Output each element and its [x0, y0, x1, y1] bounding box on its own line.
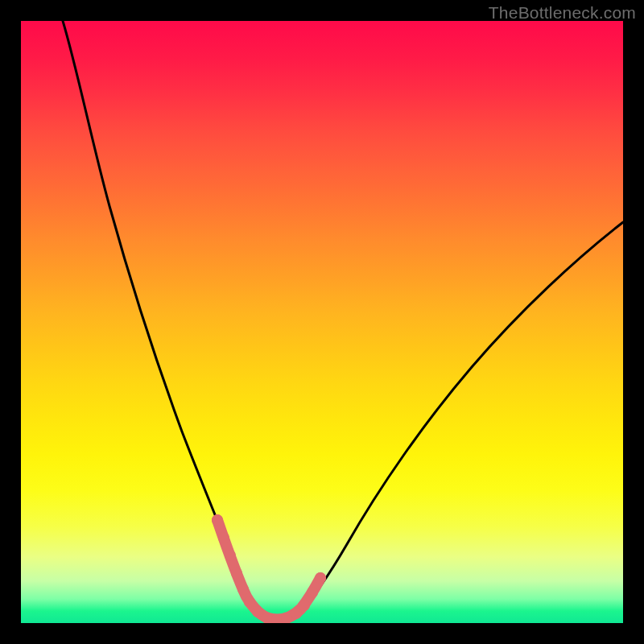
svg-point-11	[299, 600, 310, 611]
svg-point-5	[244, 597, 255, 608]
plot-area	[21, 21, 623, 623]
chart-frame: TheBottleneck.com	[0, 0, 644, 644]
curve-layer	[21, 21, 623, 623]
svg-point-0	[212, 514, 223, 526]
svg-point-1	[218, 532, 229, 543]
svg-point-12	[307, 587, 318, 598]
bottleneck-curve	[63, 21, 623, 618]
svg-point-3	[231, 568, 242, 579]
watermark-text: TheBottleneck.com	[489, 3, 636, 23]
svg-point-4	[237, 584, 249, 595]
svg-point-13	[315, 572, 326, 584]
svg-point-2	[225, 550, 236, 561]
svg-point-10	[291, 608, 302, 619]
svg-point-6	[252, 606, 263, 617]
